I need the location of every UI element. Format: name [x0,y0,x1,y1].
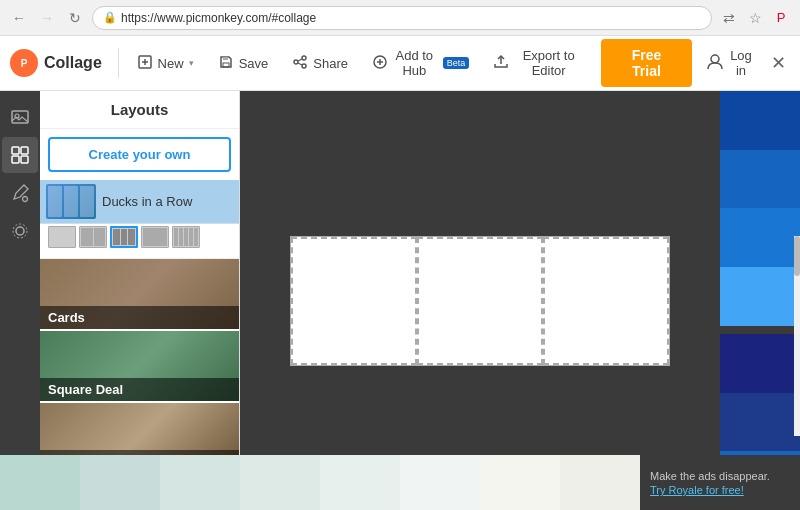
sidebar-icons [0,91,40,510]
layouts-sidebar-btn[interactable] [2,137,38,173]
close-button[interactable]: ✕ [767,49,790,77]
export-button[interactable]: Export to Editor [483,42,593,84]
share-button[interactable]: Share [282,48,358,79]
category-square-deal-label: Square Deal [40,378,239,401]
bookmark-button[interactable]: ☆ [744,7,766,29]
paint-sidebar-btn[interactable] [2,175,38,211]
bottom-swatch-2[interactable] [80,455,160,510]
layouts-panel: Layouts Create your own Ducks in a Row [40,91,240,510]
bottom-bar-ad: Make the ads disappear. Try Royale for f… [640,455,800,510]
forward-button[interactable]: → [36,7,58,29]
bottom-swatch-4[interactable] [240,455,320,510]
bottom-swatch-6[interactable] [400,455,480,510]
layout-thumb-2col[interactable] [79,226,107,248]
bottom-swatch-7[interactable] [480,455,560,510]
color-swatch-1[interactable] [720,91,800,150]
bottom-swatch-5[interactable] [320,455,400,510]
add-to-hub-button[interactable]: Add to Hub Beta [362,42,479,84]
ad-link[interactable]: Try Royale for free! [650,484,790,496]
main-content: Layouts Create your own Ducks in a Row [0,91,800,510]
export-icon [493,54,509,73]
ducks-preview [46,184,96,219]
url-text: https://www.picmonkey.com/#collage [121,11,316,25]
layout-thumb-4col[interactable] [141,226,169,248]
canvas-cell-3[interactable] [543,237,669,365]
new-chevron-icon: ▾ [189,58,194,68]
logo-text: Collage [44,54,102,72]
ssl-lock-icon: 🔒 [103,11,117,24]
browser-actions: ⇄ ☆ P [718,7,792,29]
user-icon [706,53,724,74]
login-button[interactable]: Log in [696,42,764,84]
bottom-bar: Make the ads disappear. Try Royale for f… [0,455,800,510]
share-label: Share [313,56,348,71]
hub-icon [372,54,388,73]
url-bar[interactable]: 🔒 https://www.picmonkey.com/#collage [92,6,712,30]
layout-thumb-5col[interactable] [172,226,200,248]
svg-rect-21 [12,156,19,163]
color-panel [720,91,800,510]
save-button[interactable]: Save [208,48,279,79]
app-logo: P Collage [10,49,102,77]
bottom-swatch-1[interactable] [0,455,80,510]
canvas-area: ↻ 3000 🔒 750 − + 16.4% ⛶ [240,91,720,510]
svg-rect-19 [12,147,19,154]
svg-point-24 [16,227,24,235]
color-swatch-5[interactable] [720,334,800,393]
svg-rect-6 [223,57,228,60]
save-icon [218,54,234,73]
color-swatch-2[interactable] [720,150,800,209]
svg-point-23 [23,197,28,202]
layouts-header: Layouts [40,91,239,129]
browser-bar: ← → ↻ 🔒 https://www.picmonkey.com/#colla… [0,0,800,36]
svg-point-16 [711,55,719,63]
svg-point-8 [294,60,298,64]
ducks-header: Ducks in a Row [40,180,239,224]
add-to-hub-label: Add to Hub [393,48,436,78]
login-label: Log in [729,48,754,78]
create-own-button[interactable]: Create your own [48,137,231,172]
save-label: Save [239,56,269,71]
bottom-swatch-3[interactable] [160,455,240,510]
svg-rect-22 [21,156,28,163]
collage-canvas [290,236,670,366]
free-trial-button[interactable]: Free Trial [601,39,692,87]
svg-point-25 [13,224,27,238]
ducks-in-a-row-section: Ducks in a Row [40,180,239,259]
color-swatch-6[interactable] [720,393,800,452]
logo-icon: P [10,49,38,77]
extensions-button[interactable]: ⇄ [718,7,740,29]
layout-thumbnails [40,224,239,254]
color-swatch-4[interactable] [720,267,800,326]
share-icon [292,54,308,73]
export-label: Export to Editor [514,48,583,78]
canvas-cell-2[interactable] [417,237,543,365]
effects-sidebar-btn[interactable] [2,213,38,249]
svg-text:P: P [21,58,28,69]
svg-point-9 [302,64,306,68]
new-button[interactable]: New ▾ [127,48,204,79]
beta-badge: Beta [443,57,470,69]
back-button[interactable]: ← [8,7,30,29]
layout-thumb-3col[interactable] [110,226,138,248]
category-square-deal[interactable]: Square Deal [40,331,239,401]
app-toolbar: P Collage New ▾ Save [0,36,800,91]
category-cards[interactable]: Cards [40,259,239,329]
svg-rect-17 [12,111,28,123]
pinterest-button[interactable]: P [770,7,792,29]
category-cards-label: Cards [40,306,239,329]
bottom-bar-colors [0,455,640,510]
toolbar-divider-1 [118,48,119,78]
svg-rect-20 [21,147,28,154]
photos-sidebar-btn[interactable] [2,99,38,135]
canvas-cell-1[interactable] [291,237,417,365]
color-swatch-3[interactable] [720,208,800,267]
reload-button[interactable]: ↻ [64,7,86,29]
ducks-label: Ducks in a Row [102,194,192,209]
svg-point-7 [302,56,306,60]
bottom-swatch-8[interactable] [560,455,640,510]
ad-text: Make the ads disappear. [650,469,790,484]
new-label: New [158,56,184,71]
svg-line-10 [298,59,302,61]
layout-thumb-1col[interactable] [48,226,76,248]
